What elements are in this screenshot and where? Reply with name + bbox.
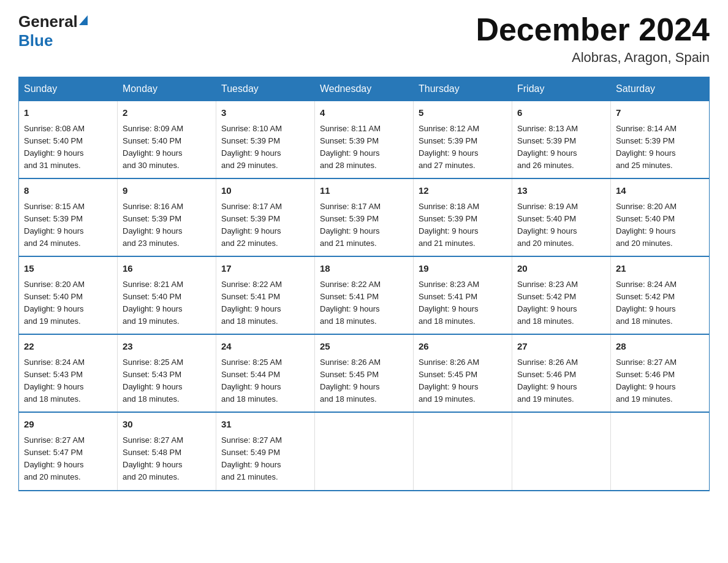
day-number: 11 — [320, 184, 408, 198]
day-info: Sunrise: 8:17 AMSunset: 5:39 PMDaylight:… — [320, 202, 381, 248]
day-info: Sunrise: 8:14 AMSunset: 5:39 PMDaylight:… — [616, 124, 677, 170]
day-number: 21 — [616, 262, 704, 276]
calendar-cell — [512, 412, 611, 490]
day-info: Sunrise: 8:20 AMSunset: 5:40 PMDaylight:… — [616, 202, 677, 248]
calendar-cell: 21Sunrise: 8:24 AMSunset: 5:42 PMDayligh… — [611, 256, 710, 334]
day-number: 6 — [517, 106, 605, 120]
calendar-cell: 29Sunrise: 8:27 AMSunset: 5:47 PMDayligh… — [19, 412, 118, 490]
day-info: Sunrise: 8:13 AMSunset: 5:39 PMDaylight:… — [517, 124, 578, 170]
logo-blue-text: Blue — [18, 31, 53, 50]
day-number: 29 — [24, 418, 112, 432]
day-number: 14 — [616, 184, 704, 198]
day-number: 15 — [24, 262, 112, 276]
page-header: General Blue December 2024 Alobras, Arag… — [18, 12, 710, 66]
day-number: 22 — [24, 340, 112, 354]
day-number: 9 — [123, 184, 211, 198]
calendar-cell: 31Sunrise: 8:27 AMSunset: 5:49 PMDayligh… — [216, 412, 315, 490]
calendar-cell: 12Sunrise: 8:18 AMSunset: 5:39 PMDayligh… — [414, 178, 512, 256]
day-info: Sunrise: 8:21 AMSunset: 5:40 PMDaylight:… — [123, 280, 183, 326]
day-number: 30 — [123, 418, 211, 432]
day-number: 20 — [517, 262, 605, 276]
week-row-2: 8Sunrise: 8:15 AMSunset: 5:39 PMDaylight… — [19, 178, 710, 256]
day-info: Sunrise: 8:08 AMSunset: 5:40 PMDaylight:… — [24, 124, 85, 170]
calendar-cell: 25Sunrise: 8:26 AMSunset: 5:45 PMDayligh… — [315, 334, 414, 412]
col-header-thursday: Thursday — [414, 77, 512, 101]
calendar-cell: 20Sunrise: 8:23 AMSunset: 5:42 PMDayligh… — [512, 256, 611, 334]
calendar-cell: 3Sunrise: 8:10 AMSunset: 5:39 PMDaylight… — [216, 101, 315, 179]
day-info: Sunrise: 8:09 AMSunset: 5:40 PMDaylight:… — [123, 124, 183, 170]
calendar-cell: 19Sunrise: 8:23 AMSunset: 5:41 PMDayligh… — [414, 256, 512, 334]
day-number: 3 — [221, 106, 309, 120]
week-row-1: 1Sunrise: 8:08 AMSunset: 5:40 PMDaylight… — [19, 101, 710, 179]
day-info: Sunrise: 8:23 AMSunset: 5:42 PMDaylight:… — [517, 280, 578, 326]
calendar-cell: 30Sunrise: 8:27 AMSunset: 5:48 PMDayligh… — [118, 412, 216, 490]
day-number: 24 — [221, 340, 309, 354]
calendar-cell: 10Sunrise: 8:17 AMSunset: 5:39 PMDayligh… — [216, 178, 315, 256]
calendar-cell: 7Sunrise: 8:14 AMSunset: 5:39 PMDaylight… — [611, 101, 710, 179]
calendar-cell: 24Sunrise: 8:25 AMSunset: 5:44 PMDayligh… — [216, 334, 315, 412]
day-info: Sunrise: 8:24 AMSunset: 5:43 PMDaylight:… — [24, 358, 85, 404]
day-info: Sunrise: 8:26 AMSunset: 5:46 PMDaylight:… — [517, 358, 578, 404]
day-info: Sunrise: 8:16 AMSunset: 5:39 PMDaylight:… — [123, 202, 183, 248]
day-info: Sunrise: 8:18 AMSunset: 5:39 PMDaylight:… — [419, 202, 479, 248]
calendar-table: SundayMondayTuesdayWednesdayThursdayFrid… — [18, 77, 710, 491]
week-row-4: 22Sunrise: 8:24 AMSunset: 5:43 PMDayligh… — [19, 334, 710, 412]
calendar-cell — [611, 412, 710, 490]
calendar-cell: 14Sunrise: 8:20 AMSunset: 5:40 PMDayligh… — [611, 178, 710, 256]
day-number: 10 — [221, 184, 309, 198]
calendar-cell: 6Sunrise: 8:13 AMSunset: 5:39 PMDaylight… — [512, 101, 611, 179]
day-info: Sunrise: 8:20 AMSunset: 5:40 PMDaylight:… — [24, 280, 85, 326]
day-info: Sunrise: 8:25 AMSunset: 5:44 PMDaylight:… — [221, 358, 282, 404]
day-number: 26 — [419, 340, 507, 354]
day-number: 18 — [320, 262, 408, 276]
day-info: Sunrise: 8:27 AMSunset: 5:46 PMDaylight:… — [616, 358, 677, 404]
col-header-sunday: Sunday — [19, 77, 118, 101]
day-number: 1 — [24, 106, 112, 120]
calendar-header-row: SundayMondayTuesdayWednesdayThursdayFrid… — [19, 77, 710, 101]
day-number: 7 — [616, 106, 704, 120]
calendar-cell: 5Sunrise: 8:12 AMSunset: 5:39 PMDaylight… — [414, 101, 512, 179]
day-number: 13 — [517, 184, 605, 198]
logo-triangle-icon — [79, 15, 88, 25]
day-number: 23 — [123, 340, 211, 354]
day-number: 28 — [616, 340, 704, 354]
col-header-tuesday: Tuesday — [216, 77, 315, 101]
day-number: 16 — [123, 262, 211, 276]
calendar-cell: 13Sunrise: 8:19 AMSunset: 5:40 PMDayligh… — [512, 178, 611, 256]
calendar-cell: 16Sunrise: 8:21 AMSunset: 5:40 PMDayligh… — [118, 256, 216, 334]
day-number: 5 — [419, 106, 507, 120]
day-number: 17 — [221, 262, 309, 276]
day-number: 4 — [320, 106, 408, 120]
day-info: Sunrise: 8:26 AMSunset: 5:45 PMDaylight:… — [320, 358, 381, 404]
day-info: Sunrise: 8:10 AMSunset: 5:39 PMDaylight:… — [221, 124, 282, 170]
calendar-cell: 27Sunrise: 8:26 AMSunset: 5:46 PMDayligh… — [512, 334, 611, 412]
calendar-cell — [315, 412, 414, 490]
day-info: Sunrise: 8:27 AMSunset: 5:47 PMDaylight:… — [24, 435, 85, 481]
calendar-cell: 2Sunrise: 8:09 AMSunset: 5:40 PMDaylight… — [118, 101, 216, 179]
calendar-cell: 9Sunrise: 8:16 AMSunset: 5:39 PMDaylight… — [118, 178, 216, 256]
calendar-cell: 28Sunrise: 8:27 AMSunset: 5:46 PMDayligh… — [611, 334, 710, 412]
logo-general-text: General — [18, 12, 78, 31]
day-info: Sunrise: 8:12 AMSunset: 5:39 PMDaylight:… — [419, 124, 479, 170]
day-info: Sunrise: 8:15 AMSunset: 5:39 PMDaylight:… — [24, 202, 85, 248]
day-number: 2 — [123, 106, 211, 120]
day-info: Sunrise: 8:25 AMSunset: 5:43 PMDaylight:… — [123, 358, 183, 404]
day-info: Sunrise: 8:22 AMSunset: 5:41 PMDaylight:… — [320, 280, 381, 326]
calendar-cell: 18Sunrise: 8:22 AMSunset: 5:41 PMDayligh… — [315, 256, 414, 334]
calendar-cell: 22Sunrise: 8:24 AMSunset: 5:43 PMDayligh… — [19, 334, 118, 412]
calendar-cell: 4Sunrise: 8:11 AMSunset: 5:39 PMDaylight… — [315, 101, 414, 179]
calendar-cell — [414, 412, 512, 490]
calendar-cell: 8Sunrise: 8:15 AMSunset: 5:39 PMDaylight… — [19, 178, 118, 256]
day-info: Sunrise: 8:17 AMSunset: 5:39 PMDaylight:… — [221, 202, 282, 248]
day-info: Sunrise: 8:23 AMSunset: 5:41 PMDaylight:… — [419, 280, 479, 326]
col-header-friday: Friday — [512, 77, 611, 101]
col-header-monday: Monday — [118, 77, 216, 101]
calendar-cell: 17Sunrise: 8:22 AMSunset: 5:41 PMDayligh… — [216, 256, 315, 334]
day-info: Sunrise: 8:19 AMSunset: 5:40 PMDaylight:… — [517, 202, 578, 248]
day-number: 25 — [320, 340, 408, 354]
day-info: Sunrise: 8:27 AMSunset: 5:49 PMDaylight:… — [221, 435, 282, 481]
calendar-cell: 15Sunrise: 8:20 AMSunset: 5:40 PMDayligh… — [19, 256, 118, 334]
day-number: 12 — [419, 184, 507, 198]
calendar-cell: 11Sunrise: 8:17 AMSunset: 5:39 PMDayligh… — [315, 178, 414, 256]
day-info: Sunrise: 8:26 AMSunset: 5:45 PMDaylight:… — [419, 358, 479, 404]
